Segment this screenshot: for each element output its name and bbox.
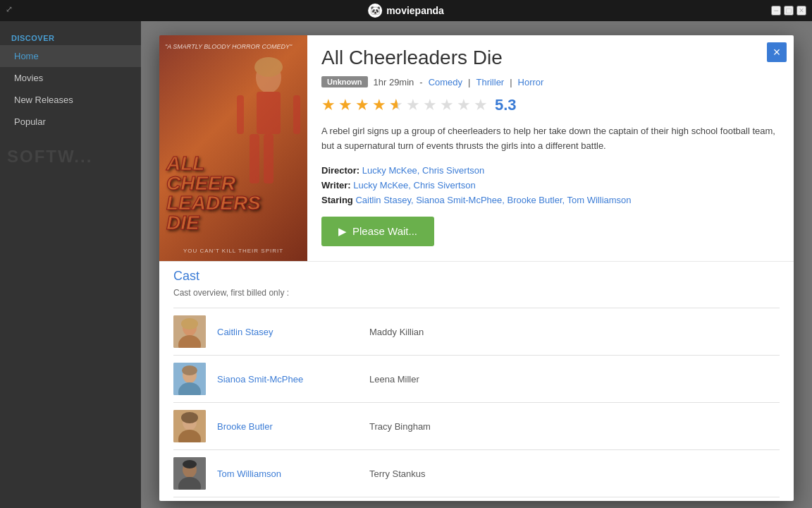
avatar-image-tom [173,457,206,490]
svg-point-6 [254,57,283,77]
genre-horror[interactable]: Horror [518,77,544,87]
staring-row: Staring Caitlin Stasey, Sianoa Smit-McPh… [321,195,780,205]
genre-comedy[interactable]: Comedy [429,77,462,87]
sidebar-item-movies[interactable]: Movies [0,67,141,89]
svg-rect-3 [264,134,273,183]
cast-list: Caitlin Stasey Maddy Killian [173,308,780,497]
modal-body: "A SMARTLY BLOODY HORROR COMEDY" [159,35,794,261]
svg-point-18 [181,412,198,423]
cast-subtitle: Cast overview, first billed only : [173,288,780,298]
staring-names[interactable]: Caitlin Stasey, Sianoa Smit-McPhee, Broo… [355,195,631,205]
star-rating-row: ★ ★ ★ ★ ★★ ★ ★ ★ ★ ★ 5.3 [321,96,780,114]
cast-name-1[interactable]: Sianoa Smit-McPhee [217,374,358,385]
cast-character-0: Maddy Killian [369,327,780,337]
movie-info: All Cheerleaders Die Unknown 1hr 29min -… [307,35,794,261]
expand-icon[interactable]: ⤢ [6,4,13,14]
writer-names[interactable]: Lucky McKee, Chris Sivertson [353,180,475,190]
genre-sep-1: | [468,77,470,87]
panda-icon: 🐼 [368,4,382,18]
movie-title: All Cheerleaders Die [321,47,780,69]
cast-name-3[interactable]: Tom Williamson [217,468,358,479]
star-2[interactable]: ★ [338,96,352,114]
cast-character-3: Terry Stankus [369,468,780,479]
cast-avatar-caitlin [173,315,206,348]
poster-title-text: ALLCHEERLEADERSDIE [166,154,261,233]
movie-poster: "A SMARTLY BLOODY HORROR COMEDY" [159,35,307,261]
director-names[interactable]: Lucky McKee, Chris Sivertson [362,165,484,176]
avatar-image-sianoa [173,363,206,395]
cast-name-2[interactable]: Brooke Butler [217,421,358,432]
poster-tagline: YOU CAN'T KILL THEIR SPIRIT [159,248,307,254]
staring-label: Staring [321,195,353,205]
cast-row-0: Caitlin Stasey Maddy Killian [173,308,780,356]
svg-point-10 [181,318,198,329]
svg-rect-5 [293,95,300,134]
sidebar: DISCOVER Home Movies New Releases Popula… [0,21,141,508]
cast-row-2: Brooke Butler Tracy Bingham [173,403,780,450]
meta-separator: - [419,77,422,87]
sidebar-item-new-releases[interactable]: New Releases [0,89,141,111]
sidebar-section-discover: DISCOVER [0,28,141,45]
star-9[interactable]: ★ [457,96,471,114]
sidebar-item-popular[interactable]: Popular [0,111,141,133]
credits-section: Director: Lucky McKee, Chris Sivertson W… [321,165,780,205]
poster-quote: "A SMARTLY BLOODY HORROR COMEDY" [165,42,292,52]
cast-row-1: Sianoa Smit-McPhee Leena Miller [173,356,780,403]
cast-name-0[interactable]: Caitlin Stasey [217,327,358,337]
title-bar: ⤢ 🐼 moviepanda − □ × [0,0,812,21]
star-5-half[interactable]: ★★ [389,96,403,114]
play-label: Please Wait... [352,225,417,237]
star-10[interactable]: ★ [474,96,488,114]
modal-close-button[interactable]: × [767,42,787,62]
svg-rect-1 [257,92,281,134]
cast-row-3: Tom Williamson Terry Stankus [173,450,780,497]
app-name: moviepanda [386,5,444,16]
star-3[interactable]: ★ [355,96,369,114]
director-row: Director: Lucky McKee, Chris Sivertson [321,165,780,176]
avatar-image-brooke [173,410,206,442]
modal-overlay: × "A SMARTLY BLOODY HORROR COMEDY" [141,21,812,508]
close-window-button[interactable]: × [796,6,806,16]
play-icon: ▶ [338,225,347,238]
svg-rect-4 [237,95,244,134]
cast-character-1: Leena Miller [369,374,780,385]
content-area: × "A SMARTLY BLOODY HORROR COMEDY" [141,21,812,508]
writer-row: Writer: Lucky McKee, Chris Sivertson [321,180,780,190]
cast-title: Cast [173,269,780,284]
app-body: DISCOVER Home Movies New Releases Popula… [0,21,812,508]
rating-badge: Unknown [321,76,368,87]
window-controls: − □ × [771,6,806,16]
sidebar-watermark: SOFTW... [0,133,141,181]
writer-label: Writer: [321,180,351,190]
genre-thriller[interactable]: Thriller [476,77,504,87]
cast-avatar-brooke [173,410,206,442]
star-4[interactable]: ★ [372,96,386,114]
star-6[interactable]: ★ [406,96,420,114]
svg-point-14 [182,365,197,375]
cast-avatar-sianoa [173,363,206,395]
cast-section: Cast Cast overview, first billed only : [159,261,794,501]
minimize-button[interactable]: − [771,6,781,16]
genre-sep-2: | [510,77,512,87]
movie-duration: 1hr 29min [374,77,414,87]
movie-description: A rebel girl signs up a group of cheerle… [321,124,780,154]
movie-detail-modal: × "A SMARTLY BLOODY HORROR COMEDY" [159,35,794,501]
star-7[interactable]: ★ [423,96,437,114]
cast-avatar-tom [173,457,206,490]
movie-meta: Unknown 1hr 29min - Comedy | Thriller | … [321,76,780,87]
play-button[interactable]: ▶ Please Wait... [321,217,434,246]
svg-point-22 [183,460,197,468]
director-label: Director: [321,165,359,176]
app-logo: 🐼 moviepanda [368,4,444,18]
poster-image: "A SMARTLY BLOODY HORROR COMEDY" [159,35,307,261]
star-1[interactable]: ★ [321,96,336,114]
maximize-button[interactable]: □ [784,6,794,16]
cast-character-2: Tracy Bingham [369,421,780,432]
star-8[interactable]: ★ [440,96,454,114]
score-value: 5.3 [495,96,517,114]
sidebar-item-home[interactable]: Home [0,45,141,67]
avatar-image-caitlin [173,315,206,348]
